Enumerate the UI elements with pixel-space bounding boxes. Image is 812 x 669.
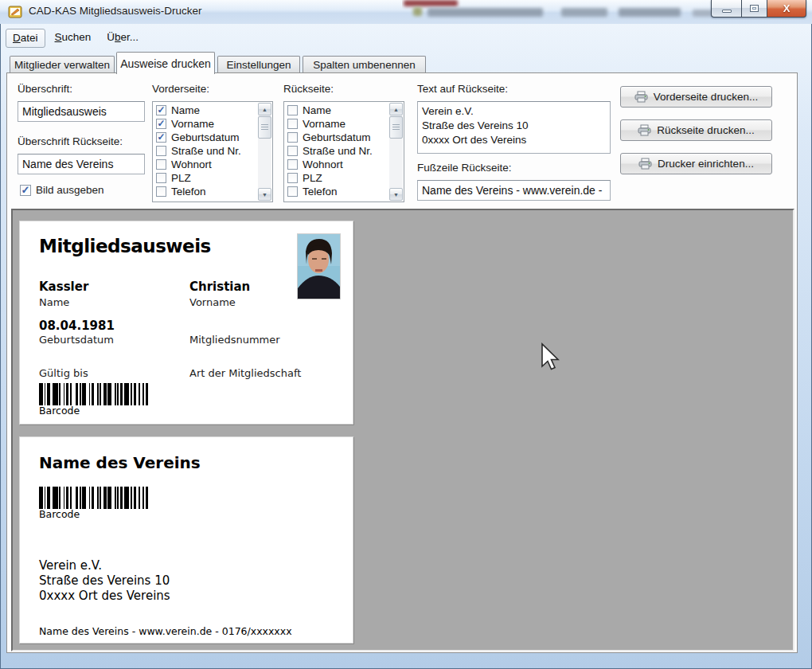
list-option-plz[interactable]: PLZ bbox=[154, 171, 258, 185]
scrollbar[interactable]: ▲ ▼ bbox=[258, 103, 271, 201]
art-der-mitgliedschaft-label: Art der Mitgliedschaft bbox=[189, 367, 301, 379]
name-value: Kassler bbox=[39, 280, 88, 294]
verein-address: Verein e.V. Straße des Vereins 10 0xxxx … bbox=[39, 558, 170, 604]
checkbox-icon[interactable] bbox=[287, 173, 298, 183]
list-option-telefon[interactable]: Telefon bbox=[154, 185, 258, 198]
maximize-icon bbox=[750, 5, 759, 12]
vorderseite-drucken-button[interactable]: Vorderseite drucken... bbox=[620, 86, 772, 108]
ueberschrift-rueckseite-input[interactable] bbox=[18, 154, 145, 174]
checkbox-icon[interactable] bbox=[287, 159, 298, 170]
list-option-vorname[interactable]: Vorname bbox=[286, 117, 389, 131]
list-option-telefon[interactable]: Telefon bbox=[286, 185, 389, 198]
fusszeile-input[interactable] bbox=[417, 180, 611, 201]
geburtsdatum-value: 08.04.1981 bbox=[39, 319, 115, 333]
menu-item-datei[interactable]: Datei bbox=[6, 29, 45, 48]
mouse-cursor bbox=[540, 342, 562, 378]
card-back-title: Name des Vereins bbox=[39, 453, 201, 472]
ueberschrift-input[interactable] bbox=[18, 101, 145, 122]
checkbox-icon[interactable] bbox=[287, 186, 298, 197]
list-option-vorname[interactable]: ✓Vorname bbox=[154, 117, 258, 131]
checkbox-checked-icon[interactable]: ✓ bbox=[156, 105, 166, 115]
barcode-label: Barcode bbox=[39, 405, 80, 417]
checkbox-icon[interactable] bbox=[156, 186, 166, 197]
list-option-wohnort[interactable]: Wohnort bbox=[154, 158, 258, 171]
text-rueckseite-label: Text auf Rückseite: bbox=[417, 83, 508, 95]
ueberschrift-rueckseite-label: Überschrift Rückseite: bbox=[18, 135, 123, 147]
scroll-up-icon[interactable]: ▲ bbox=[258, 103, 271, 115]
scroll-up-icon[interactable]: ▲ bbox=[389, 103, 403, 115]
menu-item-ber[interactable]: Über... bbox=[100, 29, 145, 48]
scroll-down-icon[interactable]: ▼ bbox=[258, 188, 271, 201]
rueckseite-drucken-button[interactable]: Rückseite drucken... bbox=[620, 119, 772, 141]
bild-ausgeben-label: Bild ausgeben bbox=[36, 184, 104, 196]
list-option-plz[interactable]: PLZ bbox=[286, 171, 389, 185]
rueckseite-label: Rückseite: bbox=[283, 83, 334, 95]
card-front-preview: Mitgliedsausweis Kassler Name Christian … bbox=[19, 221, 353, 424]
name-label: Name bbox=[39, 296, 69, 308]
vorderseite-listbox[interactable]: ✓Name✓Vorname✓GeburtsdatumStraße und Nr.… bbox=[152, 101, 273, 202]
list-option-name[interactable]: ✓Name bbox=[154, 104, 258, 117]
checkbox-icon[interactable] bbox=[156, 159, 166, 170]
tab-einstellungen[interactable]: Einstellungen bbox=[217, 56, 300, 73]
window-controls: X bbox=[711, 0, 806, 18]
app-icon bbox=[8, 5, 23, 19]
maximize-button[interactable] bbox=[742, 0, 767, 18]
list-option-name[interactable]: Name bbox=[286, 104, 389, 117]
text-rueckseite-textarea[interactable]: Verein e.V. Straße des Vereins 10 0xxxx … bbox=[417, 101, 611, 154]
printer-icon bbox=[638, 158, 652, 170]
list-option-geburtsdatum[interactable]: Geburtsdatum bbox=[286, 131, 389, 144]
checkbox-checked-icon[interactable]: ✓ bbox=[20, 185, 31, 196]
checkbox-checked-icon[interactable]: ✓ bbox=[156, 119, 166, 129]
tab-mitglieder-verwalten[interactable]: Mitglieder verwalten bbox=[10, 56, 115, 73]
scroll-thumb[interactable] bbox=[389, 116, 403, 139]
list-option-stra-e-und-nr-[interactable]: Straße und Nr. bbox=[154, 144, 258, 158]
list-option-stra-e-und-nr-[interactable]: Straße und Nr. bbox=[286, 144, 389, 158]
app-window: CAD-KAS Mitgliedsausweis-Drucker X Datei… bbox=[0, 0, 812, 669]
checkbox-icon[interactable] bbox=[287, 105, 298, 115]
checkbox-icon[interactable] bbox=[287, 119, 298, 129]
card-front-title: Mitgliedsausweis bbox=[39, 236, 211, 256]
background-window bbox=[402, 0, 716, 22]
barcode bbox=[39, 383, 184, 405]
drucker-einrichten-button[interactable]: Drucker einrichten... bbox=[620, 153, 772, 174]
checkbox-checked-icon[interactable]: ✓ bbox=[156, 132, 166, 143]
mitgliedsnummer-label: Mitgliedsnummer bbox=[189, 334, 280, 346]
minimize-button[interactable] bbox=[711, 0, 742, 18]
checkbox-icon[interactable] bbox=[156, 146, 166, 156]
geburtsdatum-label: Geburtsdatum bbox=[39, 334, 114, 346]
scrollbar[interactable]: ▲ ▼ bbox=[389, 103, 403, 201]
card-back-preview: Name des Vereins Barcode Verein e.V. Str… bbox=[19, 436, 353, 644]
list-option-wohnort[interactable]: Wohnort bbox=[286, 158, 389, 171]
title-bar[interactable]: CAD-KAS Mitgliedsausweis-Drucker X bbox=[0, 0, 812, 24]
member-photo bbox=[297, 233, 341, 299]
vorname-value: Christian bbox=[189, 280, 250, 294]
barcode-label: Barcode bbox=[39, 508, 80, 520]
menu-bar: DateiSuchenÜber... bbox=[6, 29, 145, 48]
close-icon: X bbox=[783, 2, 791, 14]
rueckseite-listbox[interactable]: NameVornameGeburtsdatumStraße und Nr.Woh… bbox=[283, 101, 404, 202]
ueberschrift-label: Überschrift: bbox=[18, 83, 72, 95]
bild-ausgeben-checkbox[interactable]: ✓ Bild ausgeben bbox=[20, 184, 104, 196]
gueltig-bis-label: Gültig bis bbox=[39, 367, 88, 379]
close-button[interactable]: X bbox=[767, 0, 806, 18]
checkbox-icon[interactable] bbox=[287, 146, 298, 156]
printer-icon bbox=[638, 124, 651, 136]
card-back-footer: Name des Vereins - www.verein.de - 0176/… bbox=[39, 625, 292, 637]
window-title: CAD-KAS Mitgliedsausweis-Drucker bbox=[29, 5, 202, 17]
minimize-icon bbox=[722, 10, 732, 13]
scroll-thumb[interactable] bbox=[258, 116, 271, 139]
list-option-geburtsdatum[interactable]: ✓Geburtsdatum bbox=[154, 131, 258, 144]
tab-spalten-umbenennen[interactable]: Spalten umbenennen bbox=[303, 56, 426, 73]
fusszeile-label: Fußzeile Rückseite: bbox=[417, 162, 512, 174]
tab-ausweise-drucken[interactable]: Ausweise drucken bbox=[116, 52, 215, 74]
menu-item-suchen[interactable]: Suchen bbox=[49, 29, 98, 48]
printer-icon bbox=[634, 91, 648, 103]
barcode bbox=[39, 487, 184, 509]
vorderseite-label: Vorderseite: bbox=[152, 83, 209, 95]
scroll-down-icon[interactable]: ▼ bbox=[389, 188, 403, 201]
vorname-label: Vorname bbox=[189, 296, 236, 308]
checkbox-icon[interactable] bbox=[287, 132, 298, 143]
checkbox-icon[interactable] bbox=[156, 173, 166, 183]
